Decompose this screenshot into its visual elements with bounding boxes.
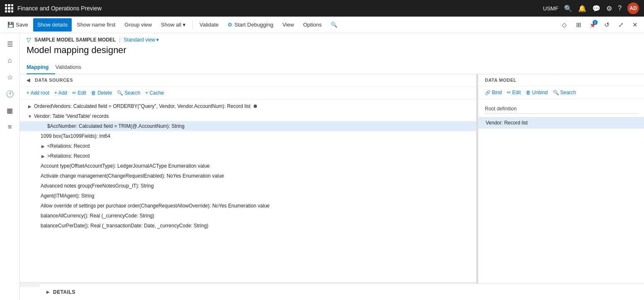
tab-mapping[interactable]: Mapping [27,61,55,74]
data-model-tree: Root definition Vendor: Record list [478,99,644,287]
edit-model-btn[interactable]: ✏ Edit [507,89,521,96]
tree-item-balance-all-currency[interactable]: balanceAllCurrency(): Real (_currencyCod… [20,211,476,221]
indicator-dot [254,105,257,108]
tree-item-text: Account type(OffsetAccountType): LedgerJ… [40,163,210,169]
tree-item-text: <Relations: Record [46,143,90,149]
left-sidebar: ☰ ⌂ ☆ 🕐 ▦ ≡ [0,33,20,300]
unbind-btn[interactable]: 🗑 Unbind [526,89,548,96]
show-all-button[interactable]: Show all ▾ [157,18,190,32]
tree-item-activate-change[interactable]: Activate change management(ChangeRequest… [20,171,476,181]
chevron-down-icon: ▾ [156,37,159,43]
options-button[interactable]: Options [299,18,326,32]
filter-icon[interactable]: ▽ [27,37,31,43]
delete-btn[interactable]: 🗑 Delete [91,89,112,97]
sidebar-recent-icon[interactable]: 🕐 [2,86,17,101]
toggle-icon: ▶ [40,144,46,149]
app-grid-icon[interactable] [5,4,13,12]
search-icon[interactable]: 🔍 [564,5,572,12]
close-icon-btn[interactable]: ✕ [629,19,641,31]
refresh-icon-btn[interactable]: ↺ [601,19,613,31]
data-model-header: DATA MODEL [478,74,644,86]
tree-item-text: Vendor: Table 'VendTable' records [33,113,109,119]
toolbar-search-button[interactable]: 🔍 [327,18,341,32]
standard-view-link[interactable]: Standard view ▾ [124,37,159,43]
edit-icon: ✏ [507,90,511,95]
tree-item-balance-cur-per-date[interactable]: balanceCurPerDate(): Real (_transactionD… [20,221,476,231]
link-icon: 🔗 [485,90,491,95]
data-model-panel: DATA MODEL 🔗 Bind ✏ Edit 🗑 Unbind 🔍 Sear… [478,74,644,287]
tree-item-text: balanceAllCurrency(): Real (_currencyCod… [40,213,154,219]
company-label: USMF [543,5,558,12]
data-model-item-vendor[interactable]: Vendor: Record list [478,117,644,129]
tab-bar: Mapping Validations [20,61,644,74]
validate-button[interactable]: Validate [195,18,223,32]
tab-validations[interactable]: Validations [55,61,88,74]
app-title: Finance and Operations Preview [17,5,539,12]
breadcrumb-separator: | [119,37,120,43]
add-root-btn[interactable]: + Add root [27,89,49,97]
tree-item-relations-left[interactable]: ▶ <Relations: Record [20,141,476,151]
toolbar-right-icons: ◇ ⊞ 📌 0 ↺ ⤢ ✕ [559,19,641,31]
tree-item-text: Agent(ITMAgent): String [40,193,94,199]
show-details-button[interactable]: Show details [33,18,72,32]
chat-icon[interactable]: 💬 [592,5,600,12]
user-avatar[interactable]: AD [627,2,639,14]
popout-icon-btn[interactable]: ⤢ [615,19,627,31]
toggle-icon: ▶ [27,104,33,109]
add-btn[interactable]: + Add [54,89,67,97]
scroll-spacer [20,231,476,239]
search-model-btn[interactable]: 🔍 Search [553,89,576,96]
save-icon: 💾 [7,22,14,28]
main-toolbar: 💾 Save Show details Show name first Grou… [0,17,644,33]
top-nav-right: USMF 🔍 🔔 💬 ⚙ ? AD [543,2,639,14]
tree-item-acc-number[interactable]: $AccNumber: Calculated field = TRIM(@.Ac… [20,121,476,131]
tree-item-text: Allow override of settings per purchase … [40,203,270,209]
tree-item-allow-override[interactable]: Allow override of settings per purchase … [20,201,476,211]
settings-icon[interactable]: ⚙ [606,5,612,12]
start-debugging-button[interactable]: ⚙ Start Debugging [223,18,277,32]
sidebar-workspaces-icon[interactable]: ▦ [2,103,17,118]
diamond-icon-btn[interactable]: ◇ [559,19,570,31]
tree-item-text: Vendor: Record list [485,120,528,126]
data-sources-header: ◀ DATA SOURCES [20,74,476,87]
search-btn[interactable]: 🔍 Search [117,89,140,97]
sidebar-home-icon[interactable]: ⌂ [2,53,17,68]
show-name-first-button[interactable]: Show name first [73,18,119,32]
tree-item-vendor[interactable]: ▼ Vendor: Table 'VendTable' records [20,111,476,121]
view-button[interactable]: View [278,18,298,32]
tree-item-relations-right[interactable]: ▶ >Relations: Record [20,151,476,161]
notifications-icon[interactable]: 🔔 [578,5,586,12]
tree-item-text: Advanced notes group(FreeNotesGroup_IT):… [40,183,154,189]
details-panel[interactable]: ▶ DETAILS [40,283,644,300]
data-model-toolbar: 🔗 Bind ✏ Edit 🗑 Unbind 🔍 Search [478,86,644,99]
help-icon[interactable]: ? [618,5,622,12]
badge-icon-btn[interactable]: 📌 0 [587,19,598,31]
save-button[interactable]: 💾 Save [3,18,32,32]
details-label: DETAILS [53,289,75,295]
collapse-icon[interactable]: ◀ [27,78,30,83]
root-definition-label: Root definition [478,102,644,113]
cache-btn[interactable]: + Cache [145,89,164,97]
tree-item-tax1099[interactable]: 1099 box(Tax1099Fields): Int64 [20,131,476,141]
details-toggle-icon: ▶ [46,290,50,294]
content-panels: ◀ DATA SOURCES + Add root + Add ✏ Edit 🗑… [20,74,644,287]
data-sources-tree: ▶ OrderedVendors: Calculated field = ORD… [20,100,476,282]
sidebar-menu-icon[interactable]: ☰ [2,37,17,51]
bind-btn[interactable]: 🔗 Bind [485,89,502,96]
tree-item-agent[interactable]: Agent(ITMAgent): String [20,191,476,201]
panels-icon-btn[interactable]: ⊞ [573,19,584,31]
top-nav-bar: Finance and Operations Preview USMF 🔍 🔔 … [0,0,644,17]
sidebar-favorites-icon[interactable]: ☆ [2,70,17,85]
tree-item-text: $AccNumber: Calculated field = TRIM(@.Ac… [46,123,184,129]
sidebar-list-icon[interactable]: ≡ [2,120,17,134]
group-view-button[interactable]: Group view [121,18,156,32]
edit-btn[interactable]: ✏ Edit [72,89,86,97]
toggle-icon: ▼ [27,114,33,119]
main-content: ▽ SAMPLE MODEL SAMPLE MODEL | Standard v… [20,33,644,300]
toggle-icon: ▶ [40,154,46,159]
root-definition-divider [485,113,637,114]
tree-item-ordered-vendors[interactable]: ▶ OrderedVendors: Calculated field = ORD… [20,101,476,111]
data-sources-panel: ◀ DATA SOURCES + Add root + Add ✏ Edit 🗑… [20,74,477,287]
tree-item-account-type[interactable]: Account type(OffsetAccountType): LedgerJ… [20,161,476,171]
tree-item-advanced-notes[interactable]: Advanced notes group(FreeNotesGroup_IT):… [20,181,476,191]
